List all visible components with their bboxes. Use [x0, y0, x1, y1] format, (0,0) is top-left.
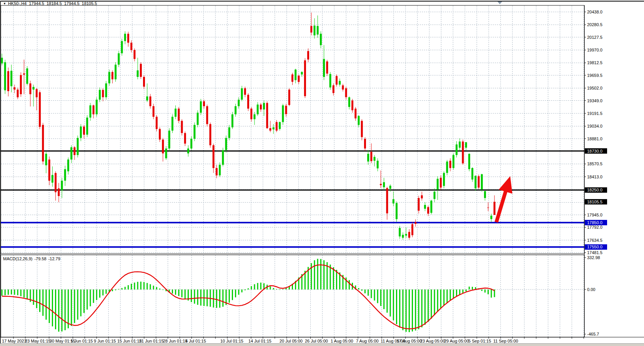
candle-body [216, 168, 218, 175]
candle-body [326, 62, 328, 74]
candle-body [99, 90, 101, 100]
price-tick-label: 19812.5 [587, 60, 602, 65]
candle-body [456, 145, 458, 155]
candle-body [399, 228, 401, 236]
candle [193, 123, 195, 141]
price-tick-label: 19659.5 [587, 73, 602, 78]
candle [326, 60, 328, 76]
candle-body [244, 88, 246, 95]
candle-body [396, 203, 398, 219]
candle-body [231, 114, 233, 127]
macd-axis-label: 332.98 [587, 255, 600, 260]
macd-bar [181, 289, 183, 297]
candle-body [178, 109, 180, 121]
macd-bar [77, 289, 78, 320]
candle-body [184, 133, 186, 144]
candle-body [193, 125, 195, 139]
candle-body [301, 72, 303, 74]
candle-body [266, 103, 268, 128]
price-tick-label: 18881.0 [587, 136, 602, 141]
macd-bar [349, 280, 350, 289]
price-tick-label: 17792.0 [587, 225, 602, 230]
macd-bar [377, 289, 378, 303]
candle-body [149, 96, 151, 106]
macd-bar [128, 285, 129, 289]
candle-body [393, 199, 394, 203]
macd-bar [229, 289, 230, 303]
candle-body [108, 72, 110, 83]
macd-bar [443, 289, 444, 306]
price-tick-label: 19349.0 [587, 98, 602, 103]
candle [304, 58, 306, 98]
macd-bar [406, 289, 407, 332]
candle [168, 128, 170, 151]
macd-panel[interactable] [1, 255, 584, 337]
candle-body [213, 145, 215, 168]
candle-body [377, 161, 379, 168]
candle [481, 174, 483, 192]
macd-bar [68, 289, 69, 328]
candle-body [465, 142, 467, 148]
candle-body [411, 224, 413, 235]
macd-bar [484, 289, 486, 293]
candle-body [459, 141, 461, 148]
candle-body [93, 105, 95, 114]
macd-bar [336, 270, 337, 289]
candle-body [310, 26, 312, 33]
candle-body [39, 92, 41, 127]
candle [171, 114, 173, 133]
candle-body [83, 126, 85, 135]
macd-bar [52, 289, 53, 326]
macd-bar [153, 286, 154, 289]
candle-body [42, 125, 44, 161]
macd-signal-value: -12.79 [48, 256, 60, 261]
chart-shift-marker-icon[interactable] [498, 2, 502, 4]
macd-bar [150, 284, 151, 289]
macd-bar [421, 289, 423, 327]
macd-bar [39, 289, 40, 312]
macd-bar [14, 289, 15, 295]
candle-body [427, 207, 429, 214]
macd-bar [466, 289, 467, 291]
macd-bar [393, 289, 394, 320]
macd-bar [83, 289, 85, 313]
price-axis[interactable]: 20438.020280.520127.519970.019812.519659… [584, 5, 607, 337]
candle [468, 153, 470, 171]
candle [20, 72, 22, 97]
candle-body [364, 139, 366, 148]
candle-body [279, 122, 281, 129]
price-tick-label: 20280.5 [587, 22, 602, 27]
candle [4, 60, 6, 94]
macd-bar [216, 289, 217, 308]
macd-bar [456, 289, 457, 296]
candle-body [295, 70, 296, 80]
candle-body [414, 222, 416, 224]
candle [329, 72, 331, 90]
macd-bar [248, 288, 249, 289]
candlestick-chart[interactable]: 20438.020280.520127.519970.019812.519659… [0, 0, 644, 346]
macd-bar [317, 259, 318, 289]
candle-body [45, 154, 47, 165]
macd-bar [481, 289, 483, 291]
candle-body [323, 59, 325, 77]
macd-bar [415, 289, 416, 331]
candle [453, 153, 454, 170]
macd-bar [219, 289, 220, 308]
time-tick-label: 5 Jun 01:15 [71, 339, 93, 343]
time-tick-label: 23 May 01:15 [25, 339, 51, 343]
candle [39, 90, 41, 129]
candle [118, 51, 120, 67]
candle-body [156, 117, 158, 129]
macd-bar [330, 264, 331, 289]
time-axis[interactable]: 17 May 202323 May 01:1530 May 01:155 Jun… [0, 337, 644, 343]
macd-bar [279, 289, 280, 290]
time-tick-label: 1 Aug 05:00 [331, 339, 353, 343]
candle-body [386, 188, 388, 213]
macd-bar [194, 289, 195, 304]
candle [105, 81, 107, 100]
candle [86, 115, 88, 137]
macd-bar [143, 282, 145, 289]
candle-body [471, 168, 473, 180]
macd-bar [399, 289, 400, 328]
candle-body [241, 88, 243, 100]
